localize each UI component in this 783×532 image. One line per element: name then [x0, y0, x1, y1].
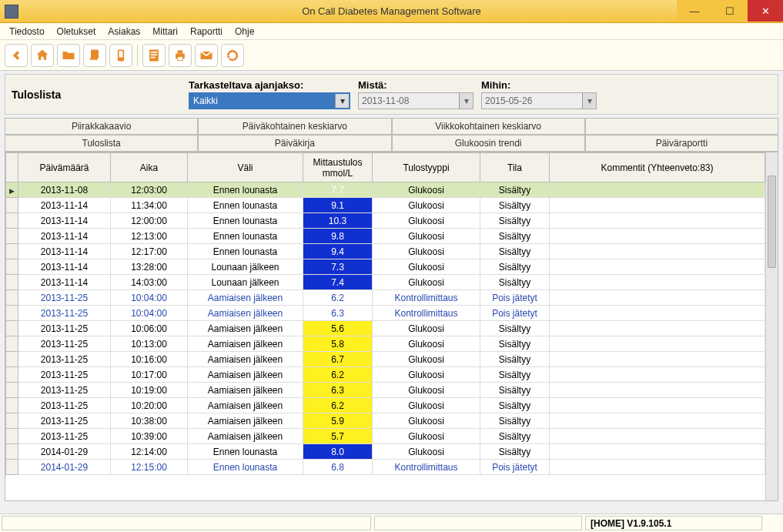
menu-oletukset[interactable]: Oletukset [51, 25, 102, 38]
col-time[interactable]: Aika [111, 153, 188, 182]
table-row[interactable]: 2014-01-2912:15:00Ennen lounasta6.8Kontr… [6, 460, 765, 475]
cell-time[interactable]: 10:04:00 [111, 290, 188, 306]
cell-time[interactable]: 14:03:00 [111, 275, 188, 290]
vertical-scrollbar[interactable] [765, 152, 778, 500]
cell-state[interactable]: Pois jätetyt [480, 290, 550, 306]
table-row[interactable]: 2013-11-1412:17:00Ennen lounasta9.4Gluko… [6, 244, 765, 259]
tab-päiväraportti[interactable]: Päiväraportti [585, 135, 778, 152]
cell-comment[interactable] [550, 444, 765, 460]
cell-time[interactable]: 13:28:00 [111, 259, 188, 275]
cell-type[interactable]: Glukoosi [373, 444, 480, 460]
cell-type[interactable]: Kontrollimittaus [373, 306, 480, 321]
table-row[interactable]: 2013-11-2510:16:00Aamiaisen jälkeen6.7Gl… [6, 352, 765, 367]
cell-value[interactable]: 7.3 [303, 259, 373, 275]
cell-time[interactable]: 10:06:00 [111, 321, 188, 336]
cell-value[interactable]: 6.2 [303, 367, 373, 383]
table-row[interactable]: 2013-11-2510:20:00Aamiaisen jälkeen6.2Gl… [6, 398, 765, 413]
col-state[interactable]: Tila [480, 153, 550, 182]
cell-type[interactable]: Glukoosi [373, 182, 480, 198]
cell-type[interactable]: Glukoosi [373, 352, 480, 367]
cell-state[interactable]: Sisältyy [480, 383, 550, 398]
table-row[interactable]: 2013-11-0812:03:00Ennen lounasta7.7Gluko… [6, 182, 765, 198]
cell-comment[interactable] [550, 367, 765, 383]
mail-button[interactable] [195, 44, 218, 67]
cell-state[interactable]: Sisältyy [480, 352, 550, 367]
menu-asiakas[interactable]: Asiakas [102, 25, 146, 38]
cell-interval[interactable]: Ennen lounasta [188, 244, 303, 259]
cell-date[interactable]: 2013-11-25 [18, 367, 111, 383]
table-row[interactable]: 2013-11-1411:34:00Ennen lounasta9.1Gluko… [6, 198, 765, 213]
table-row[interactable]: 2014-01-2912:14:00Ennen lounasta8.0Gluko… [6, 444, 765, 460]
cell-date[interactable]: 2013-11-25 [18, 336, 111, 352]
table-row[interactable]: 2013-11-2510:38:00Aamiaisen jälkeen5.9Gl… [6, 413, 765, 429]
cell-state[interactable]: Sisältyy [480, 321, 550, 336]
cell-date[interactable]: 2013-11-14 [18, 229, 111, 244]
table-row[interactable]: 2013-11-1412:13:00Ennen lounasta9.8Gluko… [6, 229, 765, 244]
cell-type[interactable]: Glukoosi [373, 383, 480, 398]
cell-state[interactable]: Pois jätetyt [480, 460, 550, 475]
table-row[interactable]: 2013-11-1414:03:00Lounaan jälkeen7.4Gluk… [6, 275, 765, 290]
cell-value[interactable]: 7.7 [303, 182, 373, 198]
cell-comment[interactable] [550, 306, 765, 321]
table-row[interactable]: 2013-11-2510:04:00Aamiaisen jälkeen6.3Ko… [6, 306, 765, 321]
cell-time[interactable]: 10:38:00 [111, 413, 188, 429]
cell-time[interactable]: 10:19:00 [111, 383, 188, 398]
cell-value[interactable]: 6.7 [303, 352, 373, 367]
cell-time[interactable]: 10:16:00 [111, 352, 188, 367]
cell-date[interactable]: 2013-11-14 [18, 213, 111, 229]
cell-value[interactable]: 8.0 [303, 444, 373, 460]
cell-value[interactable]: 6.3 [303, 383, 373, 398]
cell-state[interactable]: Sisältyy [480, 413, 550, 429]
table-row[interactable]: 2013-11-2510:39:00Aamiaisen jälkeen5.7Gl… [6, 429, 765, 444]
scrollbar-thumb[interactable] [768, 176, 776, 268]
cell-time[interactable]: 10:39:00 [111, 429, 188, 444]
cell-state[interactable]: Sisältyy [480, 398, 550, 413]
cell-date[interactable]: 2013-11-25 [18, 290, 111, 306]
back-button[interactable] [5, 44, 28, 67]
cell-date[interactable]: 2013-11-08 [18, 182, 111, 198]
cell-comment[interactable] [550, 244, 765, 259]
cell-type[interactable]: Kontrollimittaus [373, 460, 480, 475]
cell-value[interactable]: 7.4 [303, 275, 373, 290]
cell-comment[interactable] [550, 198, 765, 213]
cell-value[interactable]: 6.8 [303, 460, 373, 475]
cell-interval[interactable]: Ennen lounasta [188, 229, 303, 244]
phone-button[interactable] [109, 44, 132, 67]
cell-type[interactable]: Glukoosi [373, 229, 480, 244]
cell-time[interactable]: 12:13:00 [111, 229, 188, 244]
cell-state[interactable]: Sisältyy [480, 444, 550, 460]
cell-date[interactable]: 2013-11-25 [18, 383, 111, 398]
cell-value[interactable]: 5.9 [303, 413, 373, 429]
cell-comment[interactable] [550, 229, 765, 244]
cell-time[interactable]: 12:14:00 [111, 444, 188, 460]
period-combo[interactable]: Kaikki ▾ [189, 92, 350, 109]
table-row[interactable]: 2013-11-2510:17:00Aamiaisen jälkeen6.2Gl… [6, 367, 765, 383]
cell-interval[interactable]: Lounaan jälkeen [188, 259, 303, 275]
cell-type[interactable]: Glukoosi [373, 259, 480, 275]
cell-date[interactable]: 2013-11-14 [18, 275, 111, 290]
cell-value[interactable]: 6.3 [303, 306, 373, 321]
cell-date[interactable]: 2013-11-14 [18, 244, 111, 259]
cell-value[interactable]: 5.8 [303, 336, 373, 352]
cell-date[interactable]: 2013-11-14 [18, 198, 111, 213]
cell-value[interactable]: 5.7 [303, 429, 373, 444]
cell-comment[interactable] [550, 290, 765, 306]
cell-date[interactable]: 2013-11-25 [18, 321, 111, 336]
refresh-button[interactable] [221, 44, 244, 67]
folder-button[interactable] [57, 44, 80, 67]
cell-date[interactable]: 2013-11-25 [18, 398, 111, 413]
from-date-input[interactable]: 2013-11-08 ▾ [358, 92, 473, 109]
cell-type[interactable]: Glukoosi [373, 336, 480, 352]
cell-comment[interactable] [550, 460, 765, 475]
glove-button[interactable] [83, 44, 106, 67]
menu-tiedosto[interactable]: Tiedosto [3, 25, 51, 38]
to-date-input[interactable]: 2015-05-26 ▾ [481, 92, 597, 109]
cell-date[interactable]: 2013-11-25 [18, 429, 111, 444]
cell-comment[interactable] [550, 352, 765, 367]
cell-date[interactable]: 2014-01-29 [18, 460, 111, 475]
cell-interval[interactable]: Ennen lounasta [188, 460, 303, 475]
cell-date[interactable]: 2013-11-25 [18, 306, 111, 321]
cell-comment[interactable] [550, 383, 765, 398]
cell-interval[interactable]: Aamiaisen jälkeen [188, 336, 303, 352]
cell-state[interactable]: Sisältyy [480, 429, 550, 444]
